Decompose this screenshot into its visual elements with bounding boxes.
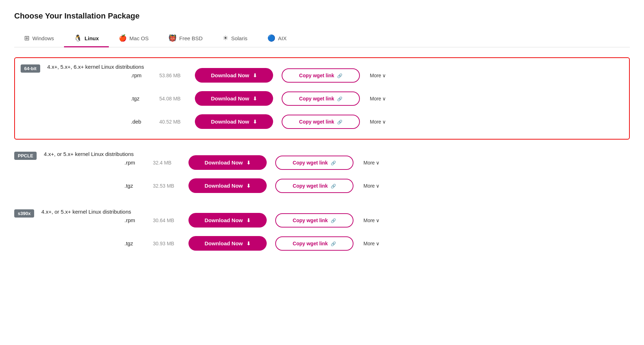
copy-wget-button[interactable]: Copy wget link [282,115,360,129]
chevron-down-icon: ∨ [376,241,379,246]
table-row: .rpm30.64 MBDownload NowCopy wget linkMo… [124,209,379,232]
download-now-button[interactable]: Download Now [188,213,267,228]
solaris-icon: ☀ [223,35,228,41]
copy-wget-button[interactable]: Copy wget link [275,179,353,193]
tab-label-windows: Windows [32,35,54,41]
chevron-down-icon: ∨ [382,119,386,125]
download-icon [253,95,257,101]
link-icon [331,160,336,166]
section-header: 64-bit4.x+, 5.x+, 6.x+ kernel Linux dist… [21,64,623,133]
section-desc-64bit: 4.x+, 5.x+, 6.x+ kernel Linux distributi… [47,64,144,70]
download-label: Download Now [211,95,249,101]
chevron-down-icon: ∨ [376,160,379,166]
tab-linux[interactable]: 🐧Linux [64,31,109,47]
tab-label-aix: AIX [278,35,287,41]
more-label: More [363,183,375,189]
package-ext: .tgz [124,183,153,189]
more-label: More [363,218,375,223]
download-label: Download Now [204,160,243,166]
wget-label: Copy wget link [299,119,334,125]
package-ext: .rpm [131,72,159,78]
more-label: More [370,73,381,78]
more-label: More [370,119,381,125]
tab-aix[interactable]: 🔵AIX [257,31,297,47]
section-desc-s390x: 4.x+, or 5.x+ kernel Linux distributions [41,209,131,215]
tab-solaris[interactable]: ☀Solaris [213,31,257,47]
macos-icon: 🍎 [119,35,127,41]
link-icon [331,241,336,246]
link-icon [337,119,342,125]
wget-label: Copy wget link [293,241,328,246]
tab-windows[interactable]: ⊞Windows [14,31,64,47]
package-ext: .tgz [124,240,153,246]
more-link[interactable]: More ∨ [363,241,379,246]
download-now-button[interactable]: Download Now [195,68,273,83]
download-icon [246,183,251,189]
download-now-button[interactable]: Download Now [195,114,273,129]
package-ext: .tgz [131,95,159,101]
download-now-button[interactable]: Download Now [188,236,267,251]
link-icon [331,183,336,189]
download-icon [253,72,257,78]
table-row: .tgz32.53 MBDownload NowCopy wget linkMo… [124,174,379,197]
copy-wget-button[interactable]: Copy wget link [275,213,353,228]
more-link[interactable]: More ∨ [370,73,386,78]
tab-label-freebsd: Free BSD [179,35,203,41]
more-link[interactable]: More ∨ [363,218,379,223]
download-now-button[interactable]: Download Now [195,91,273,106]
arch-badge-s390x: s390x [14,209,34,218]
download-icon [246,217,251,223]
chevron-down-icon: ∨ [382,96,386,101]
arch-badge-64bit: 64-bit [21,64,40,73]
section-desc-ppcle: 4.x+, or 5.x+ kernel Linux distributions [44,151,134,157]
link-icon [331,218,336,223]
package-size: 54.08 MB [159,96,195,101]
package-size: 30.93 MB [153,241,188,246]
freebsd-icon: 👹 [169,35,176,41]
package-size: 32.53 MB [153,183,188,189]
copy-wget-button[interactable]: Copy wget link [275,156,353,170]
download-label: Download Now [204,217,243,223]
download-now-button[interactable]: Download Now [188,155,267,170]
download-label: Download Now [211,119,249,125]
more-label: More [363,160,375,166]
section-header: s390x4.x+, or 5.x+ kernel Linux distribu… [14,209,630,255]
os-tabs: ⊞Windows🐧Linux🍎Mac OS👹Free BSD☀Solaris🔵A… [14,31,630,47]
tab-freebsd[interactable]: 👹Free BSD [159,31,213,47]
download-icon [246,240,251,246]
copy-wget-button[interactable]: Copy wget link [275,236,353,251]
more-link[interactable]: More ∨ [363,183,379,189]
download-label: Download Now [211,72,249,78]
download-icon [253,119,257,125]
section-header: PPCLE4.x+, or 5.x+ kernel Linux distribu… [14,151,630,197]
download-icon [246,160,251,166]
windows-icon: ⊞ [24,35,30,41]
wget-label: Copy wget link [293,218,328,223]
chevron-down-icon: ∨ [382,73,386,78]
download-now-button[interactable]: Download Now [188,178,267,193]
package-ext: .deb [131,119,159,125]
table-row: .deb40.52 MBDownload NowCopy wget linkMo… [131,110,386,133]
more-label: More [363,241,375,246]
page-title: Choose Your Installation Package [14,11,630,21]
section-ppcle: PPCLE4.x+, or 5.x+ kernel Linux distribu… [14,151,630,197]
wget-label: Copy wget link [293,160,328,166]
wget-label: Copy wget link [299,96,334,101]
copy-wget-button[interactable]: Copy wget link [282,92,360,106]
section-s390x: s390x4.x+, or 5.x+ kernel Linux distribu… [14,209,630,255]
more-link[interactable]: More ∨ [370,96,386,101]
wget-label: Copy wget link [299,73,334,78]
package-ext: .rpm [124,160,153,166]
tab-macos[interactable]: 🍎Mac OS [109,31,159,47]
wget-label: Copy wget link [293,183,328,189]
more-link[interactable]: More ∨ [363,160,379,166]
package-size: 40.52 MB [159,119,195,125]
more-link[interactable]: More ∨ [370,119,386,125]
copy-wget-button[interactable]: Copy wget link [282,68,360,83]
package-size: 53.86 MB [159,73,195,78]
linux-icon: 🐧 [74,35,82,41]
link-icon [337,73,342,78]
chevron-down-icon: ∨ [376,218,379,223]
tab-label-macos: Mac OS [129,35,149,41]
chevron-down-icon: ∨ [376,183,379,189]
